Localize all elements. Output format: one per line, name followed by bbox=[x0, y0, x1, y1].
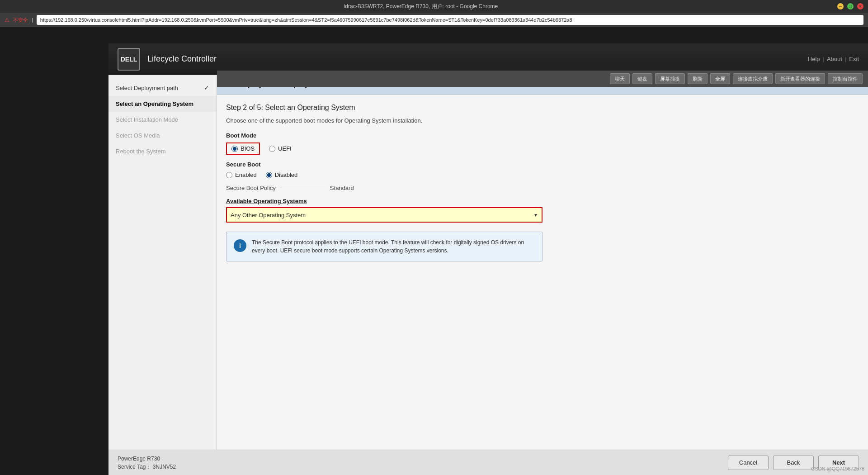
disabled-radio[interactable] bbox=[266, 172, 272, 178]
sidebar-item-label-reboot: Reboot the System bbox=[116, 148, 166, 155]
secure-boot-disabled-option[interactable]: Disabled bbox=[266, 171, 298, 178]
sidebar-item-os[interactable]: Select an Operating System bbox=[108, 96, 217, 112]
top-toolbar: 聊天 键盘 屏幕捕捉 刷新 全屏 连接虚拟介质 新开查看器的连接 控制台控件 bbox=[217, 71, 868, 87]
sidebar-item-reboot: Reboot the System bbox=[108, 143, 217, 159]
secure-boot-group: Enabled Disabled bbox=[226, 171, 859, 178]
toolbar-fullscreen[interactable]: 全屏 bbox=[710, 73, 730, 84]
boot-mode-label: Boot Mode bbox=[226, 132, 859, 139]
browser-title: idrac-B3SWRT2, PowerEdge R730, 用户: root … bbox=[5, 3, 837, 10]
sidebar-item-os-media: Select OS Media bbox=[108, 128, 217, 143]
enabled-label: Enabled bbox=[235, 171, 257, 178]
boot-mode-group: BIOS UEFI bbox=[226, 142, 859, 155]
toolbar-virtual-media[interactable]: 连接虚拟介质 bbox=[733, 73, 773, 84]
window-controls: ─ □ ✕ bbox=[837, 3, 863, 10]
sidebar-item-label-media: Select OS Media bbox=[116, 132, 160, 139]
app-footer: PowerEdge R730 Service Tag： 3NJNV52 Canc… bbox=[108, 450, 868, 475]
sidebar: Select Deployment path ✓ Select an Opera… bbox=[108, 75, 217, 450]
sidebar-item-deployment-path[interactable]: Select Deployment path ✓ bbox=[108, 80, 217, 96]
boot-mode-uefi-option[interactable]: UEFI bbox=[269, 145, 292, 152]
available-os-label: Available Operating Systems bbox=[226, 198, 859, 204]
enabled-radio[interactable] bbox=[226, 172, 232, 178]
warning-text: 不安全 bbox=[13, 17, 28, 24]
secure-boot-enabled-option[interactable]: Enabled bbox=[226, 171, 257, 178]
info-text: The Secure Boot protocol applies to the … bbox=[252, 238, 535, 255]
info-icon: i bbox=[234, 239, 246, 252]
sidebar-item-label-deployment: Select Deployment path bbox=[116, 85, 178, 91]
os-select-container[interactable]: Any Other Operating SystemMicrosoft Wind… bbox=[226, 207, 542, 223]
service-tag-label: Service Tag： bbox=[118, 464, 151, 470]
toolbar-console-control[interactable]: 控制台控件 bbox=[828, 73, 863, 84]
minimize-button[interactable]: ─ bbox=[837, 3, 844, 10]
uefi-radio[interactable] bbox=[269, 146, 275, 152]
step-description: Choose one of the supported boot modes f… bbox=[226, 117, 859, 124]
left-panel bbox=[0, 0, 108, 475]
exit-link[interactable]: Exit bbox=[849, 56, 859, 62]
header-nav: Help | About | Exit bbox=[808, 56, 859, 62]
toolbar-refresh[interactable]: 刷新 bbox=[688, 73, 708, 84]
secure-boot-section: Secure Boot Enabled Disabled Secure Boot… bbox=[226, 161, 859, 191]
secure-boot-policy-label: Secure Boot Policy bbox=[226, 185, 276, 191]
back-button[interactable]: Back bbox=[773, 456, 814, 470]
toolbar-keyboard[interactable]: 键盘 bbox=[632, 73, 652, 84]
secure-boot-policy-value: Standard bbox=[330, 185, 354, 191]
device-name: PowerEdge R730 bbox=[118, 455, 176, 463]
title-bar: idrac-B3SWRT2, PowerEdge R730, 用户: root … bbox=[0, 0, 868, 13]
bios-radio[interactable] bbox=[231, 146, 238, 152]
nav-sep-1: | bbox=[823, 56, 824, 62]
url-separator: | bbox=[32, 17, 33, 23]
secure-boot-label: Secure Boot bbox=[226, 161, 859, 168]
step-title: Step 2 of 5: Select an Operating System bbox=[226, 104, 859, 112]
sidebar-item-install-mode: Select Installation Mode bbox=[108, 112, 217, 128]
about-link[interactable]: About bbox=[827, 56, 842, 62]
address-bar: ⚠ 不安全 | bbox=[0, 13, 868, 27]
warning-icon: ⚠ bbox=[5, 17, 9, 23]
toolbar-new-viewer[interactable]: 新开查看器的连接 bbox=[775, 73, 825, 84]
dell-logo: DELL bbox=[118, 48, 140, 71]
service-tag-row: Service Tag： 3NJNV52 bbox=[118, 463, 176, 471]
content-area: OS Deployment: Deploy OS Step 2 of 5: Se… bbox=[217, 75, 868, 450]
address-input[interactable] bbox=[37, 15, 863, 25]
toolbar-screenshot[interactable]: 屏幕捕捉 bbox=[655, 73, 685, 84]
app-title: Lifecycle Controller bbox=[147, 54, 808, 64]
secure-boot-policy-row: Secure Boot Policy Standard bbox=[226, 185, 859, 191]
disabled-label: Disabled bbox=[275, 171, 298, 178]
policy-line bbox=[280, 188, 326, 188]
app-container: 聊天 键盘 屏幕捕捉 刷新 全屏 连接虚拟介质 新开查看器的连接 控制台控件 D… bbox=[108, 43, 868, 475]
service-tag-value: 3NJNV52 bbox=[153, 464, 176, 470]
nav-sep-2: | bbox=[845, 56, 846, 62]
main-layout: Select Deployment path ✓ Select an Opera… bbox=[108, 75, 868, 450]
browser-chrome: idrac-B3SWRT2, PowerEdge R730, 用户: root … bbox=[0, 0, 868, 27]
maximize-button[interactable]: □ bbox=[847, 3, 854, 10]
footer-info: PowerEdge R730 Service Tag： 3NJNV52 bbox=[118, 455, 176, 471]
cancel-button[interactable]: Cancel bbox=[728, 456, 769, 470]
bios-label: BIOS bbox=[241, 145, 255, 152]
sidebar-item-label-install: Select Installation Mode bbox=[116, 116, 178, 123]
checkmark-deployment: ✓ bbox=[204, 84, 209, 91]
close-button[interactable]: ✕ bbox=[857, 3, 863, 10]
content-body: Step 2 of 5: Select an Operating System … bbox=[217, 95, 868, 271]
toolbar-chat[interactable]: 聊天 bbox=[610, 73, 630, 84]
sidebar-item-label-os: Select an Operating System bbox=[116, 100, 193, 107]
os-dropdown[interactable]: Any Other Operating SystemMicrosoft Wind… bbox=[227, 208, 542, 222]
help-link[interactable]: Help bbox=[808, 56, 820, 62]
uefi-label: UEFI bbox=[278, 145, 292, 152]
boot-mode-bios-option[interactable]: BIOS bbox=[226, 142, 260, 155]
watermark: CSDN @QQ719872578 bbox=[811, 466, 864, 471]
info-box: i The Secure Boot protocol applies to th… bbox=[226, 232, 542, 261]
